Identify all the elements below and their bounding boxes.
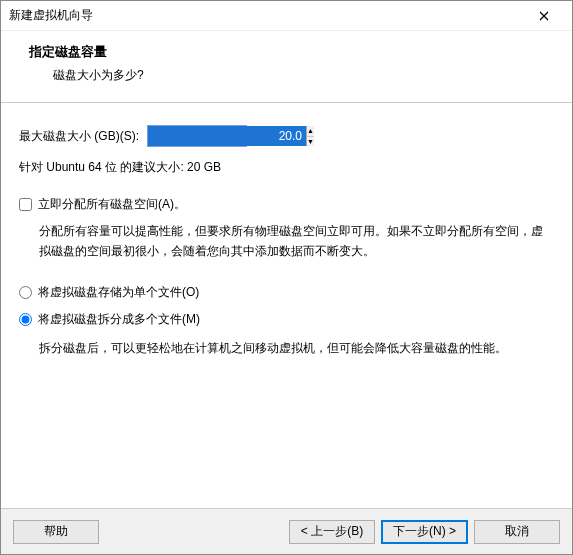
cancel-button[interactable]: 取消 bbox=[474, 520, 560, 544]
wizard-header: 指定磁盘容量 磁盘大小为多少? bbox=[1, 31, 572, 103]
multi-file-description: 拆分磁盘后，可以更轻松地在计算机之间移动虚拟机，但可能会降低大容量磁盘的性能。 bbox=[39, 338, 554, 358]
spinner-down-button[interactable]: ▼ bbox=[307, 137, 314, 147]
multi-file-row[interactable]: 将虚拟磁盘拆分成多个文件(M) bbox=[19, 311, 554, 328]
recommended-size-text: 针对 Ubuntu 64 位 的建议大小: 20 GB bbox=[19, 159, 554, 176]
wizard-window: 新建虚拟机向导 指定磁盘容量 磁盘大小为多少? 最大磁盘大小 (GB)(S): … bbox=[0, 0, 573, 555]
disk-size-row: 最大磁盘大小 (GB)(S): ▲ ▼ bbox=[19, 125, 554, 147]
wizard-footer: 帮助 < 上一步(B) 下一步(N) > 取消 bbox=[1, 508, 572, 554]
single-file-row[interactable]: 将虚拟磁盘存储为单个文件(O) bbox=[19, 284, 554, 301]
wizard-content: 最大磁盘大小 (GB)(S): ▲ ▼ 针对 Ubuntu 64 位 的建议大小… bbox=[1, 103, 572, 508]
single-file-radio[interactable] bbox=[19, 286, 32, 299]
titlebar: 新建虚拟机向导 bbox=[1, 1, 572, 31]
disk-size-spinner[interactable]: ▲ ▼ bbox=[147, 125, 247, 147]
close-icon bbox=[539, 11, 549, 21]
disk-size-input[interactable] bbox=[148, 126, 306, 146]
multi-file-radio[interactable] bbox=[19, 313, 32, 326]
allocate-now-checkbox[interactable] bbox=[19, 198, 32, 211]
allocate-now-row[interactable]: 立即分配所有磁盘空间(A)。 bbox=[19, 196, 554, 213]
help-button[interactable]: 帮助 bbox=[13, 520, 99, 544]
disk-size-label: 最大磁盘大小 (GB)(S): bbox=[19, 128, 139, 145]
multi-file-label: 将虚拟磁盘拆分成多个文件(M) bbox=[38, 311, 200, 328]
close-button[interactable] bbox=[524, 2, 564, 30]
window-title: 新建虚拟机向导 bbox=[9, 7, 524, 24]
single-file-label: 将虚拟磁盘存储为单个文件(O) bbox=[38, 284, 199, 301]
page-subtitle: 磁盘大小为多少? bbox=[53, 67, 554, 84]
page-title: 指定磁盘容量 bbox=[29, 43, 554, 61]
allocate-now-description: 分配所有容量可以提高性能，但要求所有物理磁盘空间立即可用。如果不立即分配所有空间… bbox=[39, 221, 554, 262]
spinner-up-button[interactable]: ▲ bbox=[307, 126, 314, 137]
next-button[interactable]: 下一步(N) > bbox=[381, 520, 468, 544]
allocate-now-label: 立即分配所有磁盘空间(A)。 bbox=[38, 196, 186, 213]
back-button[interactable]: < 上一步(B) bbox=[289, 520, 375, 544]
spinner-buttons: ▲ ▼ bbox=[306, 126, 314, 146]
